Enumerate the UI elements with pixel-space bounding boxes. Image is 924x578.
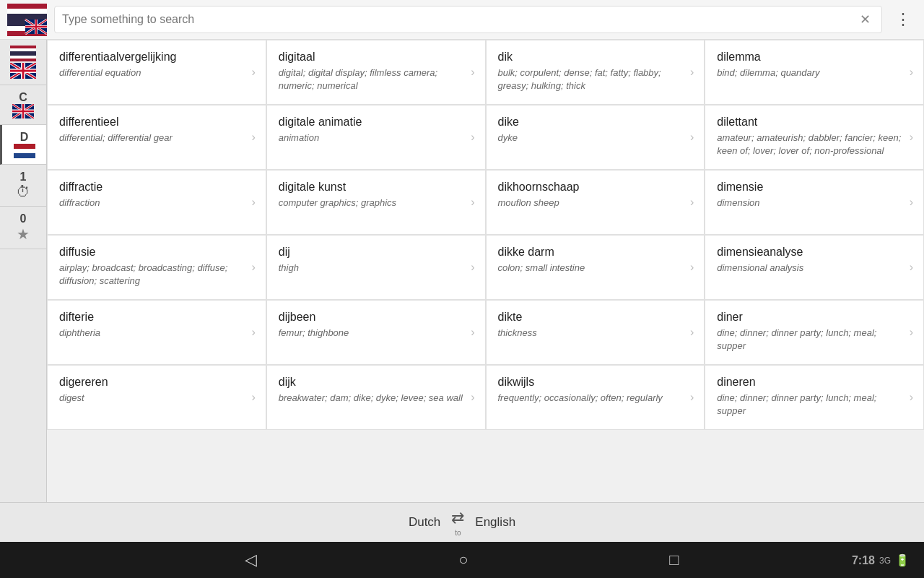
dict-term: diffusie (59, 246, 245, 259)
dict-entry[interactable]: digererendigest› (47, 365, 266, 430)
dict-arrow-icon[interactable]: › (904, 116, 913, 159)
sidebar-fav-label: 0 (20, 212, 27, 225)
sidebar-item-d[interactable]: D (0, 125, 46, 165)
dict-entry[interactable]: difteriediphtheria› (47, 300, 266, 365)
dict-entry[interactable]: dikbulk; corpulent; dense; fat; fatty; f… (486, 40, 705, 105)
dict-cell-content: differentiaalvergelijkingdifferential eq… (59, 51, 245, 94)
sidebar-item-c[interactable]: C (0, 85, 46, 125)
recents-button[interactable]: □ (669, 551, 679, 569)
dict-cell-content: differentieeldifferential; differential … (59, 116, 245, 159)
dict-arrow-icon[interactable]: › (465, 311, 474, 354)
dict-arrow-icon[interactable]: › (904, 51, 913, 94)
dict-entry[interactable]: digitaaldigital; digital display; filmle… (266, 40, 486, 105)
dict-arrow-icon[interactable]: › (465, 376, 474, 419)
dict-arrow-icon[interactable]: › (245, 376, 255, 419)
dict-cell-content: dimensieanalysedimensional analysis (717, 246, 903, 289)
dict-arrow-icon[interactable]: › (904, 376, 913, 419)
dict-entry[interactable]: digitale animatieanimation› (266, 105, 486, 170)
dict-term: dikwijls (498, 376, 684, 389)
dict-arrow-icon[interactable]: › (245, 51, 255, 94)
dict-term: digereren (59, 376, 245, 389)
dict-cell-content: dikedyke (498, 116, 684, 159)
sidebar-item-history[interactable]: 1 ⏱ (0, 165, 46, 207)
dictionary-grid: differentiaalvergelijkingdifferential eq… (47, 40, 924, 430)
dict-entry[interactable]: dikhoornschaapmouflon sheep› (486, 170, 705, 235)
dict-term: diner (717, 311, 903, 324)
dict-arrow-icon[interactable]: › (684, 116, 694, 159)
dict-arrow-icon[interactable]: › (684, 246, 694, 289)
dict-arrow-icon[interactable]: › (684, 181, 694, 224)
dict-entry[interactable]: dijthigh› (266, 235, 486, 300)
dict-entry[interactable]: diktethickness› (486, 300, 705, 365)
dict-term: difterie (59, 311, 245, 324)
dict-entry[interactable]: dijbeenfemur; thighbone› (266, 300, 486, 365)
search-clear-icon[interactable]: ✕ (856, 12, 874, 27)
dict-entry[interactable]: dinerdine; dinner; dinner party; lunch; … (705, 300, 924, 365)
dict-definition: digital; digital display; filmless camer… (279, 66, 465, 92)
dict-cell-content: difteriediphtheria (59, 311, 245, 354)
dict-arrow-icon[interactable]: › (245, 311, 255, 354)
dict-entry[interactable]: dinerendine; dinner; dinner party; lunch… (705, 365, 924, 430)
dict-term: digitaal (279, 51, 465, 64)
dict-cell-content: dimensiedimension (717, 181, 903, 224)
dict-entry[interactable]: diffractiediffraction› (47, 170, 266, 235)
dict-cell-content: dijkbreakwater; dam; dike; dyke; levee; … (279, 376, 465, 419)
sidebar-item-languages[interactable] (0, 40, 46, 85)
dict-entry[interactable]: dijkbreakwater; dam; dike; dyke; levee; … (266, 365, 486, 430)
dict-term: dijk (279, 376, 465, 389)
bottom-language-bar[interactable]: Dutch ⇄ to English (0, 502, 924, 542)
back-button[interactable]: ◁ (245, 551, 257, 569)
dict-entry[interactable]: dilemmabind; dilemma; quandary› (705, 40, 924, 105)
dict-arrow-icon[interactable]: › (465, 181, 474, 224)
dict-entry[interactable]: dikwijlsfrequently; occasionally; often;… (486, 365, 705, 430)
dict-cell-content: digitale kunstcomputer graphics; graphic… (279, 181, 465, 224)
swap-sub-label: to (455, 529, 461, 537)
app-logo[interactable] (7, 4, 47, 36)
dict-arrow-icon[interactable]: › (245, 116, 255, 159)
home-button[interactable]: ○ (458, 551, 468, 569)
dict-arrow-icon[interactable]: › (465, 51, 474, 94)
swap-languages-button[interactable]: ⇄ to (451, 509, 464, 537)
dict-arrow-icon[interactable]: › (904, 246, 913, 289)
dict-term: dineren (717, 376, 903, 389)
dict-term: digitale animatie (279, 116, 465, 129)
search-input[interactable] (62, 13, 856, 26)
svg-rect-14 (10, 51, 36, 56)
dict-term: differentiaalvergelijking (59, 51, 245, 64)
dict-entry[interactable]: dilettantamateur; amateurish; dabbler; f… (705, 105, 924, 170)
svg-rect-35 (14, 153, 35, 158)
dict-entry[interactable]: differentiaalvergelijkingdifferential eq… (47, 40, 266, 105)
dict-arrow-icon[interactable]: › (245, 181, 255, 224)
dict-arrow-icon[interactable]: › (684, 311, 694, 354)
source-language: Dutch (409, 515, 440, 530)
dict-arrow-icon[interactable]: › (904, 311, 913, 354)
dict-definition: breakwater; dam; dike; dyke; levee; sea … (279, 392, 465, 405)
dict-term: dike (498, 116, 684, 129)
dict-entry[interactable]: digitale kunstcomputer graphics; graphic… (266, 170, 486, 235)
menu-icon[interactable]: ⋮ (889, 10, 917, 29)
dict-arrow-icon[interactable]: › (465, 116, 474, 159)
dict-entry[interactable]: dikke darmcolon; small intestine› (486, 235, 705, 300)
sidebar-c-label: C (19, 91, 27, 104)
dict-entry[interactable]: dimensieanalysedimensional analysis› (705, 235, 924, 300)
dict-definition: frequently; occasionally; often; regular… (498, 392, 684, 405)
dict-cell-content: dijbeenfemur; thighbone (279, 311, 465, 354)
dict-definition: diffraction (59, 197, 245, 210)
sidebar-item-favorites[interactable]: 0 ★ (0, 207, 46, 249)
dict-arrow-icon[interactable]: › (245, 246, 255, 289)
dict-arrow-icon[interactable]: › (465, 246, 474, 289)
dict-entry[interactable]: differentieeldifferential; differential … (47, 105, 266, 170)
search-bar[interactable]: ✕ (54, 6, 882, 33)
dict-term: dimensie (717, 181, 903, 194)
dict-term: dilettant (717, 116, 903, 129)
dict-entry[interactable]: dimensiedimension› (705, 170, 924, 235)
dict-entry[interactable]: diffusieairplay; broadcast; broadcasting… (47, 235, 266, 300)
dict-entry[interactable]: dikedyke› (486, 105, 705, 170)
dict-definition: diphtheria (59, 327, 245, 340)
dict-definition: colon; small intestine (498, 262, 684, 275)
battery-icon: 🔋 (895, 553, 910, 567)
dict-arrow-icon[interactable]: › (904, 181, 913, 224)
dict-arrow-icon[interactable]: › (684, 51, 694, 94)
dict-cell-content: dikwijlsfrequently; occasionally; often;… (498, 376, 684, 419)
dict-arrow-icon[interactable]: › (684, 376, 694, 419)
